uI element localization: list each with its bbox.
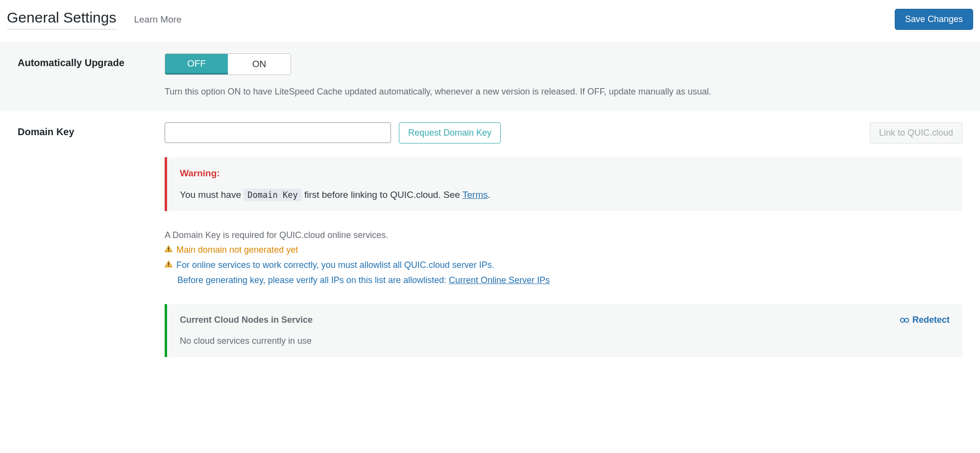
nodes-header: Current Cloud Nodes in Service Redetect xyxy=(180,315,950,325)
info-line-required: A Domain Key is required for QUIC.cloud … xyxy=(165,228,962,243)
svg-rect-3 xyxy=(168,265,169,266)
info-text-verify: Before generating key, please verify all… xyxy=(177,275,449,285)
redetect-link[interactable]: Redetect xyxy=(900,315,950,325)
page-header: General Settings Learn More Save Changes xyxy=(0,0,980,42)
warning-title: Warning: xyxy=(180,168,950,179)
link-icon xyxy=(900,317,909,324)
domain-key-label: Domain Key xyxy=(18,122,165,138)
page-title: General Settings xyxy=(7,9,116,30)
domain-key-controls: Request Domain Key Link to QUIC.cloud xyxy=(165,122,962,143)
toggle-on[interactable]: ON xyxy=(228,54,291,74)
request-domain-key-button[interactable]: Request Domain Key xyxy=(399,122,501,143)
link-quic-cloud-button[interactable]: Link to QUIC.cloud xyxy=(870,122,962,143)
domain-key-chip: Domain Key xyxy=(244,189,301,201)
svg-rect-1 xyxy=(168,251,169,252)
warning-text: You must have Domain Key first before li… xyxy=(180,190,950,200)
auto-upgrade-label: Automatically Upgrade xyxy=(18,53,165,69)
auto-upgrade-description: Turn this option ON to have LiteSpeed Ca… xyxy=(165,85,962,99)
learn-more-link[interactable]: Learn More xyxy=(134,14,181,25)
info-text-not-generated: Main domain not generated yet xyxy=(176,242,298,258)
auto-upgrade-toggle: OFF ON xyxy=(165,53,291,75)
domain-key-row: Domain Key Request Domain Key Link to QU… xyxy=(0,111,980,369)
info-line-not-generated: Main domain not generated yet xyxy=(165,242,962,258)
info-line-allowlist: For online services to work correctly, y… xyxy=(165,258,962,273)
save-changes-button[interactable]: Save Changes xyxy=(895,9,973,30)
domain-key-input[interactable] xyxy=(165,122,391,143)
domain-key-content: Request Domain Key Link to QUIC.cloud Wa… xyxy=(165,122,962,357)
cloud-nodes-box: Current Cloud Nodes in Service Redetect … xyxy=(165,304,962,357)
info-line-verify: Before generating key, please verify all… xyxy=(165,273,962,288)
redetect-text: Redetect xyxy=(912,315,950,325)
toggle-off[interactable]: OFF xyxy=(165,54,228,74)
svg-rect-0 xyxy=(168,247,169,250)
info-text-required: A Domain Key is required for QUIC.cloud … xyxy=(165,228,388,243)
svg-rect-2 xyxy=(168,262,169,265)
warning-mid: first before linking to QUIC.cloud. See xyxy=(302,190,463,200)
server-ips-link[interactable]: Current Online Server IPs xyxy=(449,275,550,285)
warning-prefix: You must have xyxy=(180,190,244,200)
nodes-title: Current Cloud Nodes in Service xyxy=(180,315,313,325)
auto-upgrade-content: OFF ON Turn this option ON to have LiteS… xyxy=(165,53,962,99)
warning-icon xyxy=(165,261,172,267)
auto-upgrade-row: Automatically Upgrade OFF ON Turn this o… xyxy=(0,42,980,111)
warning-box: Warning: You must have Domain Key first … xyxy=(165,157,962,211)
nodes-body: No cloud services currently in use xyxy=(180,336,950,346)
info-block: A Domain Key is required for QUIC.cloud … xyxy=(165,228,962,287)
header-left: General Settings Learn More xyxy=(7,9,182,30)
warning-suffix: . xyxy=(488,190,490,200)
terms-link[interactable]: Terms xyxy=(463,190,488,200)
warning-icon xyxy=(165,245,172,252)
info-text-allowlist: For online services to work correctly, y… xyxy=(176,258,494,273)
